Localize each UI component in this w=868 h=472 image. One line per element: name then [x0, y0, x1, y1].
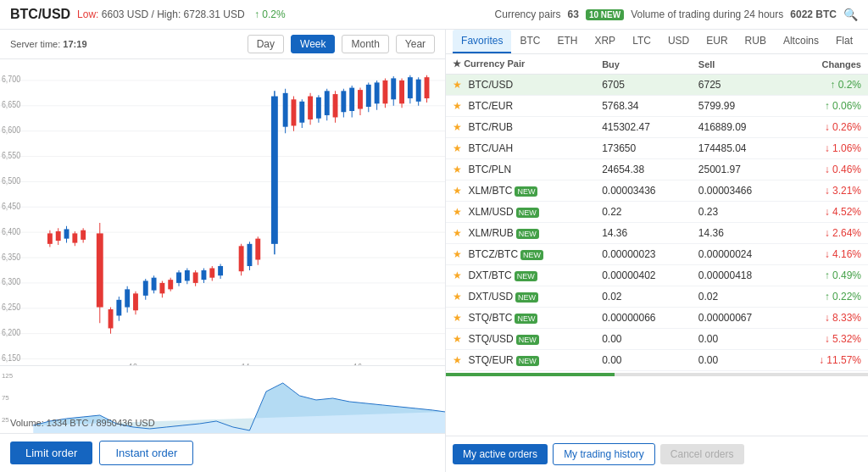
search-icon[interactable]: 🔍: [843, 8, 858, 21]
star-icon[interactable]: ★: [453, 142, 462, 154]
table-row[interactable]: ★ XLM/USDNEW 0.22 0.23 ↓ 4.52%: [446, 202, 868, 223]
star-icon[interactable]: ★: [453, 79, 462, 91]
tab-rub[interactable]: RUB: [737, 30, 775, 53]
svg-rect-48: [143, 280, 148, 295]
instant-order-btn[interactable]: Instant order: [99, 441, 193, 465]
period-day-btn[interactable]: Day: [248, 35, 284, 53]
tab-btc[interactable]: BTC: [511, 30, 548, 53]
col-changes: Changes: [787, 54, 868, 75]
period-month-btn[interactable]: Month: [342, 35, 388, 53]
star-icon[interactable]: ★: [453, 185, 462, 197]
active-orders-btn[interactable]: My active orders: [453, 444, 548, 464]
cancel-orders-btn[interactable]: Cancel orders: [660, 444, 744, 464]
table-row[interactable]: ★ STQ/BTCNEW 0.00000066 0.00000067 ↓ 8.3…: [446, 308, 868, 329]
svg-rect-30: [56, 231, 61, 241]
period-year-btn[interactable]: Year: [396, 35, 435, 53]
svg-rect-86: [325, 91, 330, 115]
table-row[interactable]: ★ BTC/USD 6705 6725 ↑ 0.2%: [446, 75, 868, 96]
svg-rect-56: [176, 272, 181, 282]
change-cell: ↓ 4.16%: [787, 244, 868, 265]
table-row[interactable]: ★ DXT/BTCNEW 0.00000402 0.00000418 ↑ 0.4…: [446, 265, 868, 286]
pairs-table: ★ Currency Pair Buy Sell Changes ★ BTC/U…: [446, 54, 868, 436]
sell-cell: 0.00003466: [692, 180, 788, 202]
change-cell: ↓ 8.33%: [787, 308, 868, 329]
pair-cell: ★ STQ/BTCNEW: [446, 308, 595, 329]
change-cell: ↑ 0.49%: [787, 265, 868, 286]
buy-cell: 14.36: [595, 223, 692, 244]
limit-order-btn[interactable]: Limit order: [10, 441, 92, 464]
svg-rect-106: [408, 77, 413, 98]
change-cell: ↑ 0.22%: [787, 286, 868, 308]
star-icon[interactable]: ★: [453, 121, 462, 133]
star-icon[interactable]: ★: [453, 269, 462, 281]
currency-pairs-count: 63: [568, 8, 579, 20]
star-icon[interactable]: ★: [453, 354, 462, 366]
sell-cell: 416889.09: [692, 117, 788, 138]
buy-cell: 0.00000023: [595, 244, 692, 265]
buy-cell: 0.00000402: [595, 265, 692, 286]
pair-cell: ★ STQ/USDNEW: [446, 329, 595, 350]
star-icon[interactable]: ★: [453, 206, 462, 218]
table-row[interactable]: ★ BTC/UAH 173650 174485.04 ↓ 1.06%: [446, 138, 868, 159]
star-icon[interactable]: ★: [453, 100, 462, 112]
tab-usd[interactable]: USD: [659, 30, 698, 53]
high-value: 6728.31 USD: [184, 8, 245, 20]
table-row[interactable]: ★ STQ/USDNEW 0.00 0.00 ↓ 5.32%: [446, 329, 868, 350]
svg-text:6,250: 6,250: [2, 302, 20, 312]
svg-rect-50: [152, 278, 157, 291]
col-buy: Buy: [595, 54, 692, 75]
svg-text:6,600: 6,600: [2, 125, 20, 135]
svg-text:6,500: 6,500: [2, 175, 20, 186]
table-row[interactable]: ★ BTC/RUB 415302.47 416889.09 ↓ 0.26%: [446, 117, 868, 138]
sell-cell: 14.36: [692, 223, 788, 244]
change-value: ↑ 0.2%: [254, 8, 286, 20]
star-icon[interactable]: ★: [453, 164, 462, 175]
svg-text:6,300: 6,300: [2, 276, 20, 286]
star-icon[interactable]: ★: [453, 227, 462, 239]
tab-flat[interactable]: Flat: [827, 30, 861, 53]
high-label: High:: [157, 8, 181, 20]
svg-rect-78: [292, 99, 297, 125]
low-label: Low:: [77, 8, 98, 20]
tab-ltc[interactable]: LTC: [624, 30, 659, 53]
star-icon[interactable]: ★: [453, 291, 462, 303]
star-icon[interactable]: ★: [453, 333, 462, 345]
volume-value: 6022 BTC: [790, 8, 837, 20]
tab-eth[interactable]: ETH: [548, 30, 586, 53]
pair-cell: ★ BTC/PLN: [446, 159, 595, 180]
volume-label: Volume: 1334 BTC / 8950436 USD: [10, 418, 155, 428]
sell-cell: 0.00000067: [692, 308, 788, 329]
change-cell: ↑ 0.06%: [787, 96, 868, 117]
svg-rect-94: [358, 90, 363, 108]
tab-favorites[interactable]: Favorites: [453, 30, 511, 53]
star-icon[interactable]: ★: [453, 312, 462, 324]
col-sell: Sell: [692, 54, 788, 75]
svg-text:25: 25: [2, 416, 9, 424]
pair-cell: ★ BTC/USD: [446, 75, 595, 96]
sell-cell: 0.00000024: [692, 244, 788, 265]
table-row[interactable]: ★ STQ/EURNEW 0.00 0.00 ↓ 11.57%: [446, 350, 868, 371]
svg-text:6,400: 6,400: [2, 226, 20, 236]
table-row[interactable]: ★ BTC/PLN 24654.38 25001.97 ↓ 0.46%: [446, 159, 868, 180]
currency-pairs-label: Currency pairs: [495, 8, 561, 20]
table-row[interactable]: ★ XLM/BTCNEW 0.00003436 0.00003466 ↓ 3.2…: [446, 180, 868, 202]
pair-cell: ★ DXT/BTCNEW: [446, 265, 595, 286]
table-row[interactable]: ★ XLM/RUBNEW 14.36 14.36 ↓ 2.64%: [446, 223, 868, 244]
tab-altcoins[interactable]: Altcoins: [775, 30, 827, 53]
pair-cell: ★ BTC/EUR: [446, 96, 595, 117]
svg-text:125: 125: [2, 372, 14, 380]
table-row[interactable]: ★ BTCZ/BTCNEW 0.00000023 0.00000024 ↓ 4.…: [446, 244, 868, 265]
buy-cell: 5768.34: [595, 96, 692, 117]
period-week-btn[interactable]: Week: [291, 35, 335, 53]
tab-xrp[interactable]: XRP: [586, 30, 624, 53]
trading-history-btn[interactable]: My trading history: [553, 443, 655, 465]
tab-eur[interactable]: EUR: [698, 30, 736, 53]
trading-actions: My active orders My trading history Canc…: [446, 436, 868, 472]
pair-cell: ★ BTC/RUB: [446, 117, 595, 138]
svg-rect-80: [299, 102, 304, 123]
svg-rect-74: [271, 97, 278, 244]
table-row[interactable]: ★ BTC/EUR 5768.34 5799.99 ↑ 0.06%: [446, 96, 868, 117]
star-icon[interactable]: ★: [453, 248, 462, 260]
sell-cell: 0.00: [692, 329, 788, 350]
table-row[interactable]: ★ DXT/USDNEW 0.02 0.02 ↑ 0.22%: [446, 286, 868, 308]
